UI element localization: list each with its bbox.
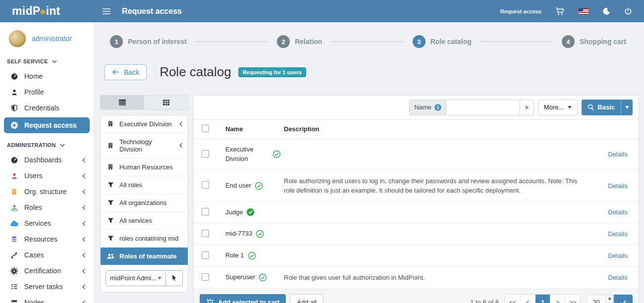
tree-item-human-resources[interactable]: Human Resources bbox=[101, 158, 188, 176]
table-row: End user Role authorizing end users to l… bbox=[194, 170, 639, 202]
gear-icon bbox=[10, 267, 18, 275]
tree-item-executive-division[interactable]: Executive Division bbox=[101, 115, 188, 133]
logout-power-icon[interactable] bbox=[624, 7, 632, 15]
pagination-prev-button[interactable]: < bbox=[520, 295, 535, 303]
more-button-label: More... bbox=[544, 103, 564, 111]
sidebar-item-label: Nodes bbox=[24, 299, 44, 303]
sidebar-item-credentials[interactable]: Credentials bbox=[0, 100, 94, 116]
sidebar-item-label: Services bbox=[24, 219, 51, 227]
row-checkbox[interactable] bbox=[202, 208, 209, 215]
chevron-left-icon[interactable] bbox=[179, 143, 183, 148]
chevron-left-icon bbox=[82, 157, 86, 163]
row-checkbox[interactable] bbox=[202, 181, 209, 189]
wizard-step-relation[interactable]: 2 Relation bbox=[277, 35, 322, 48]
filter-icon bbox=[107, 235, 114, 242]
sidebar-item-request-access[interactable]: Request access bbox=[4, 117, 90, 133]
basic-search-button[interactable]: Basic bbox=[582, 100, 621, 115]
top-header: midPint Request access Request access bbox=[0, 0, 644, 22]
tree-item-all-organizations[interactable]: All organizations bbox=[101, 194, 188, 212]
page-size-input[interactable] bbox=[587, 295, 605, 303]
pagination-last-button[interactable]: >> bbox=[565, 295, 580, 303]
tree-item-roles-containing-mid[interactable]: roles contatining mid bbox=[101, 230, 188, 248]
arrow-left-icon bbox=[112, 69, 119, 75]
sidebar-item-dashboards[interactable]: Dashboards bbox=[0, 152, 94, 168]
sidebar-item-home[interactable]: Home bbox=[0, 68, 94, 84]
clear-search-button[interactable]: × bbox=[520, 100, 534, 115]
sidebar-item-profile[interactable]: Profile bbox=[0, 84, 94, 100]
sidebar-item-users[interactable]: Users bbox=[0, 168, 94, 184]
role-name: Executive Division bbox=[225, 145, 269, 164]
search-icon bbox=[588, 104, 594, 110]
hamburger-menu-icon[interactable] bbox=[102, 7, 111, 15]
tree-item-all-services[interactable]: All services bbox=[101, 212, 188, 230]
pagination-next-button[interactable]: > bbox=[550, 295, 565, 303]
pagination-first-button[interactable]: << bbox=[505, 295, 520, 303]
grid-view-button[interactable] bbox=[144, 96, 188, 109]
table-row: mid-7733 Details bbox=[194, 223, 639, 245]
section-administration[interactable]: ADMINISTRATION bbox=[0, 135, 94, 152]
cart-icon bbox=[206, 299, 214, 303]
main-content: 1 Person of interest 2 Relation 3 Role c… bbox=[94, 22, 644, 303]
column-header-name: Name bbox=[225, 125, 243, 133]
sidebar-item-org-structure[interactable]: Org. structure bbox=[0, 184, 94, 200]
more-filters-button[interactable]: More... bbox=[538, 100, 578, 115]
caret-down-icon bbox=[568, 106, 572, 109]
add-all-button[interactable]: Add all bbox=[290, 294, 323, 303]
sidebar-item-certification[interactable]: Certification bbox=[0, 263, 94, 279]
step-label: Shopping cart bbox=[580, 38, 626, 46]
cart-icon[interactable] bbox=[555, 7, 565, 16]
chevron-left-icon[interactable] bbox=[179, 121, 183, 127]
details-link[interactable]: Details bbox=[608, 230, 628, 238]
plus-circle-icon bbox=[10, 121, 18, 129]
filter-icon bbox=[107, 217, 114, 224]
details-link[interactable]: Details bbox=[608, 151, 628, 158]
details-link[interactable]: Details bbox=[608, 208, 628, 216]
user-icon bbox=[10, 89, 18, 96]
teammate-select[interactable]: midPoint Admi... bbox=[106, 270, 166, 286]
sidebar-item-resources[interactable]: Resources bbox=[0, 231, 94, 247]
tree-item-technology-division[interactable]: Technology Division bbox=[101, 133, 188, 158]
tree-item-all-roles[interactable]: All roles bbox=[101, 176, 188, 194]
back-button[interactable]: Back bbox=[105, 64, 147, 80]
row-checkbox[interactable] bbox=[202, 273, 209, 281]
table-row: Role 1 Details bbox=[194, 245, 639, 267]
section-self-service[interactable]: SELF SERVICE bbox=[0, 51, 94, 68]
select-all-checkbox[interactable] bbox=[202, 125, 209, 132]
tree-item-label: All services bbox=[119, 217, 152, 224]
pick-user-button[interactable] bbox=[166, 270, 183, 286]
logo-text-pre: midP bbox=[12, 4, 40, 18]
sidebar-item-cases[interactable]: Cases bbox=[0, 247, 94, 263]
spinner-up-icon[interactable] bbox=[606, 295, 613, 303]
caret-down-icon bbox=[158, 277, 161, 280]
search-field-label: Name bbox=[414, 103, 431, 111]
tree-item-roles-of-teammate[interactable]: Roles of teammate bbox=[101, 248, 188, 265]
sidebar-item-services[interactable]: Services bbox=[0, 215, 94, 231]
sidebar-item-roles[interactable]: Roles bbox=[0, 200, 94, 215]
user-row[interactable]: administrator bbox=[0, 22, 94, 51]
grid-view-icon bbox=[162, 99, 170, 106]
apply-page-size-button[interactable] bbox=[614, 295, 633, 303]
sidebar-item-server-tasks[interactable]: Server tasks bbox=[0, 279, 94, 295]
locale-flag-icon[interactable] bbox=[579, 8, 589, 14]
add-selected-to-cart-button[interactable]: Add selected to cart bbox=[200, 294, 286, 303]
midpoint-logo[interactable]: midPint bbox=[0, 4, 94, 18]
role-name: Judge bbox=[225, 208, 243, 217]
wizard-step-role-catalog[interactable]: 3 Role catalog bbox=[413, 35, 472, 48]
row-checkbox[interactable] bbox=[202, 252, 209, 259]
tree-item-label: All organizations bbox=[119, 199, 166, 206]
role-name: Role 1 bbox=[225, 251, 244, 260]
row-checkbox[interactable] bbox=[202, 150, 209, 157]
pagination-page-1-button[interactable]: 1 bbox=[535, 295, 550, 303]
filter-icon bbox=[107, 200, 114, 206]
row-checkbox[interactable] bbox=[202, 230, 209, 237]
sidebar-item-nodes[interactable]: Nodes bbox=[0, 295, 94, 303]
search-mode-caret-button[interactable] bbox=[621, 100, 633, 115]
details-link[interactable]: Details bbox=[608, 182, 628, 190]
search-input[interactable] bbox=[446, 100, 520, 115]
wizard-step-shopping-cart[interactable]: 4 Shopping cart bbox=[562, 35, 626, 48]
dark-mode-moon-icon[interactable] bbox=[602, 7, 610, 15]
list-view-button[interactable] bbox=[101, 96, 144, 109]
wizard-step-person-of-interest[interactable]: 1 Person of interest bbox=[110, 35, 187, 48]
details-link[interactable]: Details bbox=[608, 252, 628, 259]
details-link[interactable]: Details bbox=[608, 274, 628, 281]
